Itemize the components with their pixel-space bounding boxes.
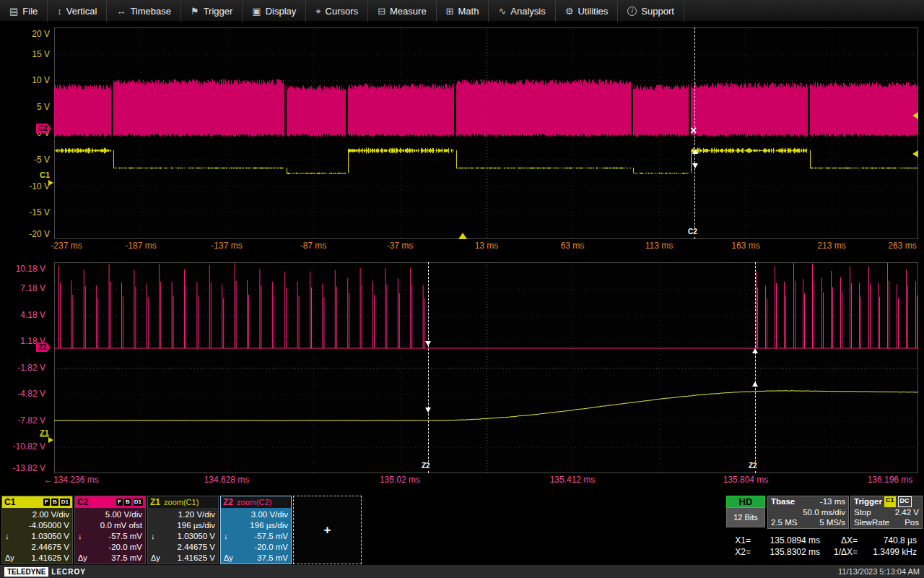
z2-subtitle: zoom(C2)	[237, 498, 271, 506]
timebase-title: Tbase	[771, 496, 795, 507]
zoom-x-label: 135.804 ms	[713, 475, 778, 485]
menu-math[interactable]: ⊞ Math	[437, 0, 489, 22]
measure-icon: ⊟	[378, 7, 385, 16]
menu-math-label: Math	[458, 6, 479, 17]
c2-delta: 37.5 mV	[91, 553, 142, 563]
main-x-label: 63 ms	[544, 241, 601, 251]
main-x-label: -37 ms	[371, 241, 429, 251]
menu-analysis-label: Analysis	[510, 6, 545, 17]
zoom-cursor-line-x2[interactable]	[755, 262, 756, 473]
c1-zero-marker-label[interactable]: C1	[40, 171, 50, 179]
zoom-y-label: -1.82 V	[6, 363, 45, 373]
cursor-down-marker	[692, 163, 698, 168]
menu-display-label: Display	[266, 6, 297, 17]
cursor-arrow-icon: ↓	[151, 531, 164, 541]
c2-badge-d1: D1	[133, 499, 143, 506]
menu-vertical-label: Vertical	[66, 6, 97, 17]
z1-cursor2: 2.44675 V	[164, 542, 215, 552]
x1-label: X1=	[725, 535, 751, 546]
trigger-level-lower-marker[interactable]	[912, 150, 918, 158]
z1-timebase: 196 µs/div	[164, 520, 215, 530]
main-y-label: 15 V	[10, 49, 50, 59]
channel-descriptor-z1[interactable]: Z1 zoom(C1) 1.20 V/div 196 µs/div ↓1.030…	[147, 496, 219, 564]
timebase-descriptor[interactable]: Tbase-13 ms 50.0 ms/div 2.5 MS5 MS/s	[767, 496, 849, 529]
menu-cursors-label: Cursors	[326, 6, 359, 17]
x2-label: X2=	[725, 546, 751, 558]
trigger-mode: Stop	[854, 507, 871, 518]
channel-descriptor-c2[interactable]: C2 F B D1 5.00 V/div 0.0 mV ofst ↓-57.5 …	[74, 496, 146, 564]
menu-utilities[interactable]: ⚙ Utilities	[556, 0, 619, 22]
zoom-y-label: -7.82 V	[6, 415, 45, 426]
file-icon: ▤	[9, 7, 18, 16]
c1-badge-b: B	[51, 499, 58, 506]
menu-display[interactable]: ▣ Display	[243, 0, 306, 22]
add-trace-box[interactable]: +	[293, 496, 362, 564]
zoom-y-label: 4.18 V	[6, 310, 45, 320]
delta-y-label: Δy	[224, 553, 237, 563]
resolution-label: 12 Bits	[726, 508, 765, 527]
main-x-label: -237 ms	[38, 241, 95, 251]
menu-trigger[interactable]: ⚑ Trigger	[181, 0, 243, 22]
c2-cursor2: -20.0 mV	[91, 542, 142, 552]
z1-subtitle: zoom(C1)	[164, 498, 199, 506]
cursor-cross-marker: ×	[690, 126, 697, 136]
trigger-slope: Pos	[905, 517, 919, 528]
zoom-cursor-line-x1[interactable]	[428, 262, 429, 473]
menu-support[interactable]: i Support	[618, 0, 684, 22]
main-x-label: 113 ms	[630, 241, 688, 251]
z2-timebase: 196 µs/div	[237, 520, 288, 530]
trigger-kind: SlewRate	[854, 517, 889, 528]
zoom-x-label: 135.412 ms	[540, 475, 605, 485]
datetime-label: 11/13/2023 5:13:04 AM	[838, 567, 920, 576]
zoom-x-label: 136.196 ms	[858, 475, 923, 485]
channel-descriptor-z2[interactable]: Z2 zoom(C2) 3.00 V/div 196 µs/div ↓-57.5…	[220, 496, 292, 564]
c2-offset: 0.0 mV ofst	[91, 520, 142, 530]
zoom-y-label: -4.82 V	[6, 389, 45, 399]
menu-measure[interactable]: ⊟ Measure	[368, 0, 436, 22]
main-x-label: 263 ms	[882, 241, 923, 251]
x1-upper-marker	[425, 341, 431, 346]
z2-cursor1: -57.5 mV	[237, 531, 288, 541]
main-x-label: 13 ms	[458, 241, 515, 251]
brand-lecroy: LECROY	[51, 568, 86, 576]
z1-zero-marker-label[interactable]: Z1	[40, 428, 49, 437]
main-x-label: -137 ms	[198, 241, 256, 251]
menu-file[interactable]: ▤ File	[0, 0, 48, 22]
x2-lower-marker	[752, 381, 758, 387]
zoom-y-label: -13.82 V	[6, 463, 45, 473]
menu-file-label: File	[22, 6, 38, 17]
zoom-x-label: 134.236 ms	[53, 475, 126, 485]
channel-descriptor-c1[interactable]: C1 F B D1 2.00 V/div -4.05000 V ↓1.03050…	[1, 496, 73, 564]
c1-zero-marker-arrow[interactable]	[48, 180, 53, 186]
plus-icon: +	[324, 523, 331, 538]
main-waveform-grid[interactable]	[54, 27, 918, 239]
trigger-level: 2.42 V	[895, 507, 919, 518]
menu-vertical[interactable]: ↕ Vertical	[48, 0, 107, 22]
display-icon: ▣	[252, 7, 261, 16]
menu-timebase[interactable]: ↔ Timebase	[107, 0, 181, 22]
menu-utilities-label: Utilities	[578, 6, 608, 17]
zoom-waveform-grid[interactable]	[54, 262, 918, 473]
cursor-readout: X1= 135.0894 ms ΔX= 740.8 µs X2= 135.830…	[725, 535, 923, 558]
z2-zero-marker[interactable]: Z2	[36, 342, 51, 352]
brand-teledyne: TELEDYNE	[4, 567, 48, 577]
trigger-level-upper-marker[interactable]	[912, 112, 918, 119]
zoom-y-label: 10.18 V	[6, 264, 45, 274]
horizontal-arrows-icon: ↔	[116, 7, 126, 16]
trigger-time-marker[interactable]	[458, 233, 467, 239]
c1-delta: 1.41625 V	[18, 553, 69, 563]
menu-analysis[interactable]: ∿ Analysis	[489, 0, 555, 22]
cursor-arrow-icon: ↓	[224, 531, 237, 541]
c1-title: C1	[4, 497, 15, 507]
invdx-label: 1/ΔX=	[820, 546, 858, 558]
main-y-label: 20 V	[10, 29, 50, 39]
z1-zero-marker-arrow[interactable]	[48, 437, 53, 443]
zoom-start-arrow: ←	[43, 475, 53, 485]
hd-mode-badge[interactable]: HD	[726, 496, 765, 508]
main-y-label: -15 V	[10, 207, 50, 217]
dx-label: ΔX=	[820, 535, 858, 546]
trigger-flag-icon: ⚑	[191, 7, 199, 16]
trigger-descriptor[interactable]: Trigger C1 DC Stop2.42 V SlewRatePos	[850, 496, 923, 529]
z1-cursor1: 1.03050 V	[164, 531, 215, 541]
menu-cursors[interactable]: ⌖ Cursors	[306, 0, 368, 22]
